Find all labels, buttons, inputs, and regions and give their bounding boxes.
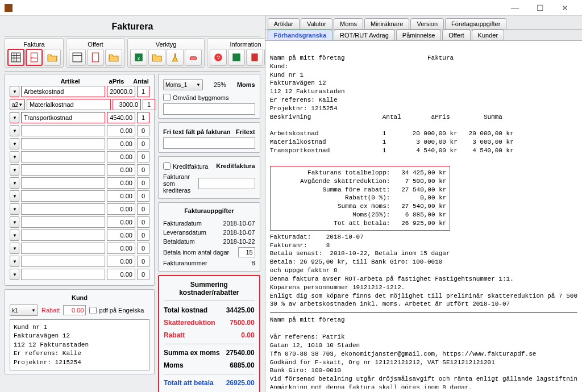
kredit-ref-input[interactable]: [198, 178, 255, 189]
article-name-input[interactable]: [21, 86, 105, 97]
article-code-dropdown[interactable]: ▼: [10, 138, 19, 149]
article-price-input[interactable]: [107, 216, 135, 228]
verktyg-open-button[interactable]: [148, 49, 165, 66]
article-price-input[interactable]: [107, 256, 135, 267]
article-qty-input[interactable]: [137, 151, 149, 162]
tab-f-rhandsgranska[interactable]: Förhandsgranska: [268, 30, 332, 40]
article-code-dropdown[interactable]: ▼: [10, 216, 19, 228]
article-qty-input[interactable]: [137, 269, 149, 280]
article-qty-input[interactable]: [137, 256, 149, 267]
kredit-checkbox[interactable]: Kreditfaktura: [163, 162, 208, 170]
tab-p-minnelse[interactable]: Påminnelse: [396, 30, 441, 40]
article-code-dropdown[interactable]: ▼: [10, 86, 19, 97]
article-name-input[interactable]: [21, 112, 105, 123]
article-name-input[interactable]: [21, 203, 105, 215]
article-name-input[interactable]: [21, 243, 105, 254]
close-button[interactable]: ✕: [552, 0, 577, 16]
moms-text-input[interactable]: [163, 103, 255, 115]
faktura-grid-button[interactable]: [7, 49, 24, 66]
article-name-input[interactable]: [21, 125, 105, 136]
article-price-input[interactable]: [107, 203, 135, 215]
article-price-input[interactable]: [107, 177, 135, 189]
article-qty-input[interactable]: [137, 230, 149, 241]
article-code-dropdown[interactable]: ▼: [10, 112, 19, 123]
faktura-pdf-button[interactable]: PDF: [26, 49, 43, 66]
article-price-input[interactable]: [107, 112, 135, 123]
tab-offert[interactable]: Offert: [442, 30, 470, 40]
article-qty-input[interactable]: [137, 112, 149, 123]
article-price-input[interactable]: [107, 151, 135, 162]
article-qty-input[interactable]: [137, 138, 149, 149]
tab-valutor[interactable]: Valutor: [301, 18, 332, 29]
tab-version[interactable]: Version: [410, 18, 444, 29]
dagar-input[interactable]: [238, 247, 255, 257]
article-name-input[interactable]: [21, 138, 105, 149]
info-book-button[interactable]: [246, 49, 263, 66]
article-code-dropdown[interactable]: a2▼: [10, 99, 25, 110]
tab-artiklar[interactable]: Artiklar: [268, 18, 300, 29]
article-price-input[interactable]: [107, 190, 135, 202]
article-code-dropdown[interactable]: ▼: [10, 125, 19, 136]
article-code-dropdown[interactable]: ▼: [10, 243, 19, 254]
pdf-english-checkbox[interactable]: pdf på Engelska: [89, 307, 144, 314]
offert-pdf-button[interactable]: [87, 49, 104, 66]
article-price-input[interactable]: [107, 230, 135, 241]
article-name-input[interactable]: [21, 190, 105, 202]
fritext-label: Fri text fält på fakturan: [163, 128, 231, 135]
info-excel-button[interactable]: [228, 49, 245, 66]
article-code-dropdown[interactable]: ▼: [10, 203, 19, 215]
article-row: ▼: [10, 203, 149, 215]
article-price-input[interactable]: [107, 125, 135, 136]
article-name-input[interactable]: [21, 164, 105, 176]
article-qty-input[interactable]: [137, 164, 149, 176]
fritext-input[interactable]: [163, 137, 255, 149]
verktyg-clean-button[interactable]: [167, 49, 184, 66]
article-code-dropdown[interactable]: ▼: [10, 177, 19, 189]
kredit-panel: Kreditfaktura Kreditfaktura Fakturanr so…: [158, 156, 260, 199]
article-name-input[interactable]: [21, 256, 105, 267]
faktura-open-button[interactable]: [44, 49, 61, 66]
article-qty-input[interactable]: [137, 203, 149, 215]
article-code-dropdown[interactable]: ▼: [10, 151, 19, 162]
tab-minir-knare[interactable]: Miniräknare: [364, 18, 409, 29]
maximize-button[interactable]: ☐: [527, 0, 552, 16]
article-qty-input[interactable]: [137, 177, 149, 189]
tab-kunder[interactable]: Kunder: [472, 30, 504, 40]
info-help-button[interactable]: ?: [210, 49, 227, 66]
article-qty-input[interactable]: [137, 216, 149, 228]
article-name-input[interactable]: [21, 269, 105, 280]
article-name-input[interactable]: [21, 230, 105, 241]
article-code-dropdown[interactable]: ▼: [10, 164, 19, 176]
article-qty-input[interactable]: [137, 190, 149, 202]
minimize-button[interactable]: —: [502, 0, 527, 16]
article-name-input[interactable]: [27, 99, 111, 110]
article-code-dropdown[interactable]: ▼: [10, 256, 19, 267]
article-name-input[interactable]: [21, 216, 105, 228]
verktyg-erase-button[interactable]: [185, 49, 202, 66]
tab-rot-rut-avdrag[interactable]: ROT/RUT Avdrag: [334, 30, 395, 40]
tab-moms[interactable]: Moms: [334, 18, 363, 29]
article-code-dropdown[interactable]: ▼: [10, 190, 19, 202]
article-qty-input[interactable]: [143, 99, 155, 110]
article-code-dropdown[interactable]: ▼: [10, 230, 19, 241]
rabatt-input[interactable]: [63, 305, 86, 315]
article-price-input[interactable]: [107, 164, 135, 176]
article-qty-input[interactable]: [137, 243, 149, 254]
offert-open-button[interactable]: [105, 49, 122, 66]
reverse-vat-checkbox[interactable]: Omvänd byggmoms: [163, 91, 255, 103]
article-code-dropdown[interactable]: ▼: [10, 269, 19, 280]
article-name-input[interactable]: [21, 177, 105, 189]
article-price-input[interactable]: [107, 269, 135, 280]
article-price-input[interactable]: [107, 243, 135, 254]
article-qty-input[interactable]: [137, 86, 149, 97]
tab-f-retagsuppgifter[interactable]: Företagsuppgifter: [445, 18, 506, 29]
moms-dropdown[interactable]: Moms_1▼: [163, 79, 203, 90]
article-price-input[interactable]: [107, 138, 135, 149]
article-name-input[interactable]: [21, 151, 105, 162]
article-qty-input[interactable]: [137, 125, 149, 136]
offert-grid-button[interactable]: [69, 49, 86, 66]
verktyg-excel-button[interactable]: x: [130, 49, 147, 66]
kund-dropdown[interactable]: k1▼: [10, 305, 38, 316]
article-price-input[interactable]: [107, 86, 135, 97]
article-price-input[interactable]: [113, 99, 141, 110]
